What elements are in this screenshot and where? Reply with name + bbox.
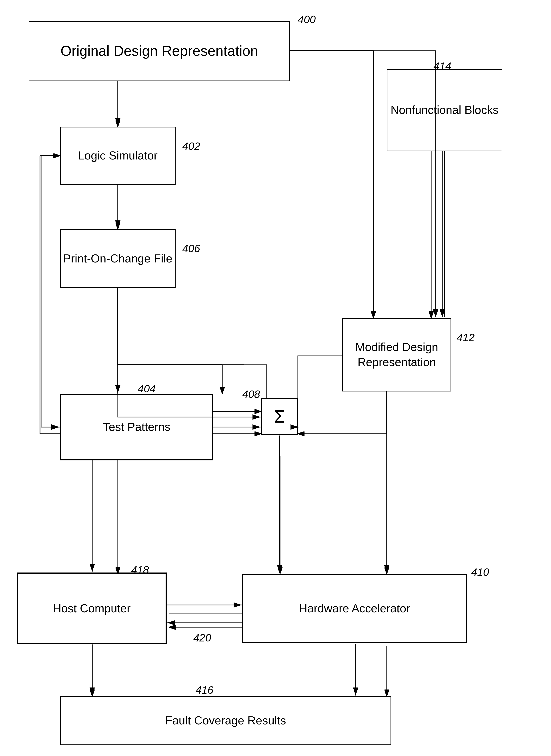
nonfunctional-blocks-label: Nonfunctional Blocks (391, 102, 499, 118)
label-416: 416 (195, 684, 213, 696)
label-418: 418 (131, 564, 149, 576)
label-400: 400 (298, 13, 316, 26)
print-on-change-box: Print-On-Change File (60, 229, 175, 288)
host-computer-label: Host Computer (53, 601, 131, 616)
fault-coverage-label: Fault Coverage Results (165, 713, 286, 728)
logic-simulator-label: Logic Simulator (78, 148, 157, 163)
diagram: Original Design Representation 400 Logic… (0, 0, 551, 756)
hardware-accelerator-label: Hardware Accelerator (299, 601, 410, 616)
label-420: 420 (193, 632, 211, 644)
print-on-change-label: Print-On-Change File (63, 251, 172, 266)
host-computer-box: Host Computer (17, 572, 167, 644)
original-design-box: Original Design Representation (29, 21, 290, 81)
label-408: 408 (242, 388, 260, 400)
label-410: 410 (471, 566, 489, 578)
test-patterns-label: Test Patterns (103, 420, 170, 435)
fault-coverage-box: Fault Coverage Results (60, 696, 391, 745)
modified-design-box: Modified Design Representation (342, 318, 451, 392)
label-404: 404 (138, 383, 155, 395)
logic-simulator-box: Logic Simulator (60, 127, 175, 185)
nonfunctional-blocks-box: Nonfunctional Blocks (387, 69, 502, 151)
label-406: 406 (182, 242, 200, 255)
original-design-label: Original Design Representation (60, 42, 258, 60)
test-patterns-box: Test Patterns (60, 394, 213, 460)
label-412: 412 (457, 331, 475, 344)
modified-design-label: Modified Design Representation (343, 340, 451, 370)
label-402: 402 (182, 140, 200, 152)
hardware-accelerator-box: Hardware Accelerator (242, 574, 467, 643)
label-414: 414 (433, 60, 451, 72)
sigma-label: Σ (274, 405, 285, 428)
sigma-box: Σ (261, 398, 298, 435)
